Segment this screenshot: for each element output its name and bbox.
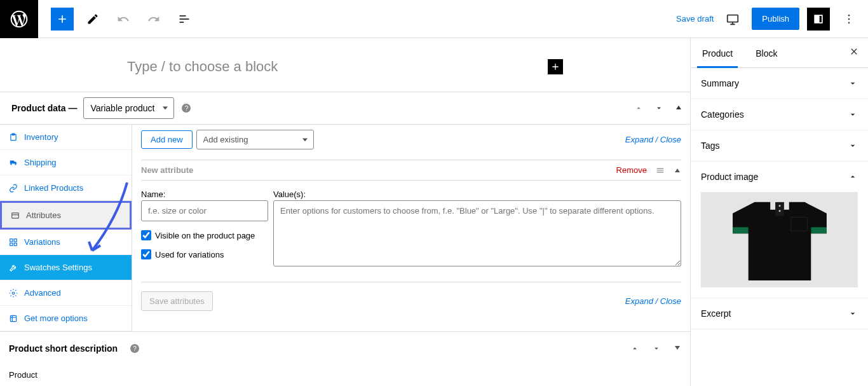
product-data-tabs: Inventory Shipping Linked Products Attri… bbox=[0, 125, 132, 331]
kebab-icon bbox=[843, 13, 855, 25]
triangle-down-icon[interactable] bbox=[674, 344, 681, 352]
section-header-tags[interactable]: Tags bbox=[691, 130, 868, 161]
tab-variations[interactable]: Variations bbox=[0, 230, 132, 255]
toolbar-left bbox=[51, 8, 196, 31]
redo-button[interactable] bbox=[142, 8, 165, 31]
svg-rect-11 bbox=[10, 315, 16, 321]
tab-advanced[interactable]: Advanced bbox=[0, 280, 132, 306]
undo-button[interactable] bbox=[112, 8, 135, 31]
help-icon[interactable]: ? bbox=[130, 344, 139, 353]
expand-close-link[interactable]: Expand / Close bbox=[625, 135, 681, 144]
tab-label: Attributes bbox=[26, 210, 61, 220]
tab-label: Inventory bbox=[24, 132, 58, 142]
chevron-down-icon[interactable] bbox=[654, 104, 663, 113]
save-attributes-button[interactable]: Save attributes bbox=[141, 291, 213, 311]
edit-mode-button[interactable] bbox=[81, 8, 104, 31]
tab-get-more-options[interactable]: Get more options bbox=[0, 306, 132, 331]
product-type-select[interactable]: Variable product bbox=[83, 97, 174, 119]
block-prompt-text[interactable]: Type / to choose a block bbox=[127, 59, 278, 75]
plus-icon bbox=[56, 13, 69, 25]
attribute-header[interactable]: New attribute Remove bbox=[141, 160, 681, 180]
link-icon bbox=[9, 184, 18, 193]
top-toolbar: Save draft Publish bbox=[0, 0, 868, 38]
used-for-variations-checkbox[interactable] bbox=[141, 249, 151, 259]
panel-collapse-controls bbox=[634, 104, 682, 113]
sidebar-icon bbox=[812, 13, 825, 25]
tab-inventory[interactable]: Inventory bbox=[0, 125, 132, 150]
add-existing-select[interactable]: Add existing bbox=[196, 130, 314, 149]
plus-icon bbox=[550, 62, 560, 72]
svg-rect-12 bbox=[775, 202, 784, 216]
remove-link[interactable]: Remove bbox=[616, 165, 647, 175]
redo-icon bbox=[147, 13, 160, 25]
main-area: Type / to choose a block Product data — … bbox=[0, 38, 868, 386]
tab-label: Advanced bbox=[24, 288, 61, 298]
add-existing-wrap: Add existing bbox=[196, 130, 314, 149]
triangle-up-icon[interactable] bbox=[674, 167, 681, 174]
expand-close-link-bottom[interactable]: Expand / Close bbox=[625, 296, 681, 306]
section-header-excerpt[interactable]: Excerpt bbox=[691, 298, 868, 329]
section-header-summary[interactable]: Summary bbox=[691, 68, 868, 99]
sidebar-tabs: Product Block bbox=[691, 38, 868, 68]
chevron-down-icon bbox=[848, 141, 858, 151]
sidebar-close-button[interactable] bbox=[840, 39, 868, 67]
help-icon[interactable]: ? bbox=[182, 104, 191, 113]
svg-point-14 bbox=[778, 210, 780, 212]
chevron-up-icon[interactable] bbox=[630, 344, 639, 353]
tab-label: Shipping bbox=[24, 158, 57, 167]
wordpress-logo[interactable] bbox=[0, 0, 38, 38]
chevron-up-icon bbox=[848, 172, 858, 182]
outline-icon bbox=[178, 13, 191, 25]
name-label: Name: bbox=[141, 190, 268, 199]
section-excerpt: Excerpt bbox=[691, 298, 868, 329]
undo-icon bbox=[117, 13, 130, 25]
desktop-icon bbox=[726, 12, 740, 26]
inline-insert-button[interactable] bbox=[548, 59, 563, 74]
svg-rect-5 bbox=[12, 212, 19, 217]
product-image-thumbnail[interactable] bbox=[701, 192, 858, 287]
chevron-down-icon[interactable] bbox=[652, 344, 661, 353]
attribute-fields: Name: Visible on the product page Used f… bbox=[141, 180, 681, 274]
attribute-values-textarea[interactable] bbox=[273, 200, 681, 266]
tab-label: Variations bbox=[24, 237, 60, 247]
triangle-up-icon[interactable] bbox=[675, 104, 682, 111]
list-icon bbox=[11, 211, 20, 220]
name-column: Name: Visible on the product page Used f… bbox=[141, 190, 268, 269]
drag-icon[interactable] bbox=[656, 166, 665, 175]
used-checkbox-row: Used for variations bbox=[141, 249, 268, 259]
section-header-product-image[interactable]: Product image bbox=[691, 162, 868, 192]
chevron-up-icon[interactable] bbox=[634, 104, 643, 113]
save-draft-link[interactable]: Save draft bbox=[676, 14, 714, 24]
chevron-down-icon bbox=[848, 308, 858, 319]
svg-point-13 bbox=[778, 205, 780, 207]
add-block-button[interactable] bbox=[51, 8, 74, 31]
attribute-header-controls: Remove bbox=[616, 165, 681, 175]
tab-label: Linked Products bbox=[24, 183, 83, 193]
sidebar-tab-block[interactable]: Block bbox=[744, 38, 789, 67]
toolbar-right: Save draft Publish bbox=[676, 8, 860, 31]
tab-attributes[interactable]: Attributes bbox=[0, 201, 132, 230]
product-image-body bbox=[691, 192, 868, 298]
more-options-button[interactable] bbox=[837, 8, 860, 31]
svg-rect-0 bbox=[728, 15, 738, 22]
section-header-categories[interactable]: Categories bbox=[691, 99, 868, 130]
settings-panel-toggle[interactable] bbox=[807, 8, 830, 31]
visible-checkbox[interactable] bbox=[141, 230, 151, 240]
document-outline-button[interactable] bbox=[173, 8, 196, 31]
wordpress-icon bbox=[9, 9, 29, 29]
tab-shipping[interactable]: Shipping bbox=[0, 150, 132, 176]
svg-point-10 bbox=[12, 292, 15, 294]
tab-linked-products[interactable]: Linked Products bbox=[0, 176, 132, 201]
attribute-name-input[interactable] bbox=[141, 200, 268, 221]
sidebar-tab-product[interactable]: Product bbox=[691, 38, 744, 67]
publish-button[interactable]: Publish bbox=[752, 8, 799, 30]
product-data-body: Inventory Shipping Linked Products Attri… bbox=[0, 125, 690, 331]
product-data-label: Product data — bbox=[11, 103, 77, 113]
section-tags: Tags bbox=[691, 130, 868, 162]
tab-swatches-settings[interactable]: Swatches Settings bbox=[0, 255, 132, 280]
visible-label: Visible on the product page bbox=[155, 231, 255, 240]
polo-shirt-icon bbox=[716, 196, 843, 284]
preview-button[interactable] bbox=[721, 8, 744, 31]
add-new-button[interactable]: Add new bbox=[141, 130, 193, 149]
pencil-icon bbox=[86, 13, 99, 25]
